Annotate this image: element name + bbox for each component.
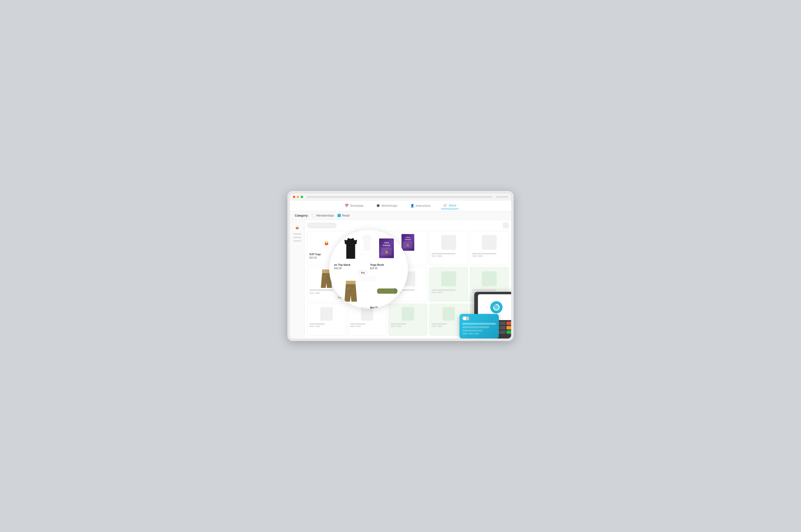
svg-rect-29 [346,281,356,284]
nav-store-label: Store [449,204,456,207]
category-label: Category: [295,214,308,217]
key-enter[interactable] [507,330,511,334]
card-strip-1 [462,323,496,325]
magnify-book-price: $29.95 [370,267,378,270]
nav-workshops[interactable]: 🎓 Workshops [374,202,400,209]
retail-label: Retail [342,214,349,217]
magnify-row-1: en Top black $30.00 Buy YOGA Anatomy [334,235,403,274]
search-area [307,223,509,228]
nav-instructors[interactable]: 👤 Instructors [408,202,433,209]
workshops-icon: 🎓 [376,204,380,208]
credit-card [459,314,499,339]
sidebar [290,220,305,338]
nav-instructors-label: Instructors [416,204,431,208]
retail-filter[interactable]: Retail [338,214,349,217]
memberships-filter[interactable]: Memberships [312,214,334,217]
magnify-book-cover: YOGA Anatomy 🧘 [379,239,394,258]
maximize-button[interactable] [301,196,303,198]
svg-point-14 [326,241,327,242]
placeholder-image-5 [472,233,507,251]
card-toggle [462,317,469,320]
studio-logo [293,223,302,231]
store-icon: 🛒 [443,204,447,207]
svg-point-32 [351,285,354,288]
memberships-label: Memberships [317,214,334,217]
sidebar-bar-3 [293,240,301,242]
title-bar-spacer [307,196,493,198]
close-button[interactable] [293,196,295,198]
placeholder-dots-4 [432,255,466,256]
placeholder-name-5 [472,253,496,254]
key-clear[interactable] [507,326,511,329]
nav-schedule-label: Schedule [350,204,363,208]
magnify-tank-svg [343,237,359,259]
magnify-overlay: en Top black $30.00 Buy YOGA Anatomy [329,230,408,308]
placeholder-name-4 [432,253,456,254]
card-dots-row [462,333,496,334]
placeholder-image-4 [432,233,466,251]
nav-workshops-label: Workshops [382,204,398,208]
terminal-logo [490,301,502,314]
magnify-tank-name: en Top black [334,263,350,266]
nav-store[interactable]: 🛒 Store [441,202,459,209]
magnify-tank-price: $30.00 [334,267,342,270]
category-bar: Category: Memberships Retail [290,211,511,220]
nav-bar: 📅 Schedule 🎓 Workshops 👤 Instructors 🛒 S… [290,201,511,211]
key-cancel[interactable] [507,322,511,325]
product-card-placeholder-11[interactable] [307,304,346,336]
product-card-placeholder-4[interactable] [429,231,468,265]
screen: 📅 Schedule 🎓 Workshops 👤 Instructors 🛒 S… [290,193,511,339]
svg-point-20 [326,279,327,280]
sup-yoga-logo [321,237,332,248]
app-frame: 📅 Schedule 🎓 Workshops 👤 Instructors 🛒 S… [287,191,514,341]
svg-point-33 [349,290,351,292]
magnify-book-name: Yoga Book [370,263,384,266]
title-bar-right [496,196,508,198]
shorts-dots [309,292,320,294]
card-strip-2 [462,326,489,328]
filter-button[interactable] [503,223,509,228]
sidebar-bar-2 [293,237,301,238]
svg-marker-30 [344,284,357,301]
svg-point-6 [297,226,298,227]
svg-point-18 [324,276,325,278]
product-card-placeholder-13[interactable] [388,304,427,336]
retail-checkbox[interactable] [338,214,341,217]
shorts-name [309,289,333,291]
sidebar-bar-1 [293,233,301,235]
schedule-icon: 📅 [345,204,349,208]
card-strip-3 [462,330,483,331]
memberships-checkbox[interactable] [312,214,315,217]
product-card-placeholder-5[interactable] [470,231,509,265]
placeholder-dots-5 [472,255,507,256]
magnify-tank-buy-button[interactable]: Buy [359,271,367,274]
instructors-icon: 👤 [410,204,414,208]
pos-terminal [459,282,511,339]
terminal-logo-icon [493,304,500,311]
minimize-button[interactable] [297,196,299,198]
magnify-shorts-svg [343,281,359,302]
title-bar [290,193,511,201]
book-cover: YOGA Anatomy 🧘 [401,234,414,251]
svg-point-19 [327,274,329,277]
nav-schedule[interactable]: 📅 Schedule [342,202,366,209]
svg-point-31 [347,288,349,289]
magnify-mat-svg [375,284,398,299]
search-box[interactable] [307,223,337,228]
